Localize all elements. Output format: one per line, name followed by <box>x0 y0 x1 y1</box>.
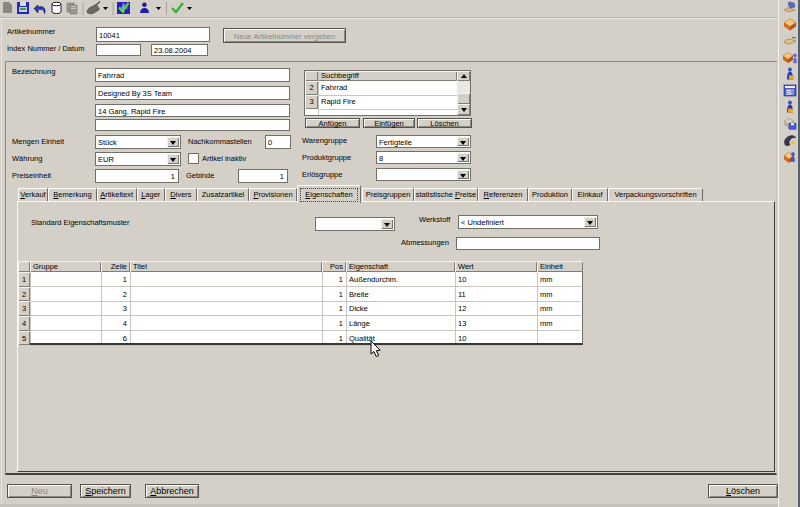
svg-text:S: S <box>786 88 791 97</box>
